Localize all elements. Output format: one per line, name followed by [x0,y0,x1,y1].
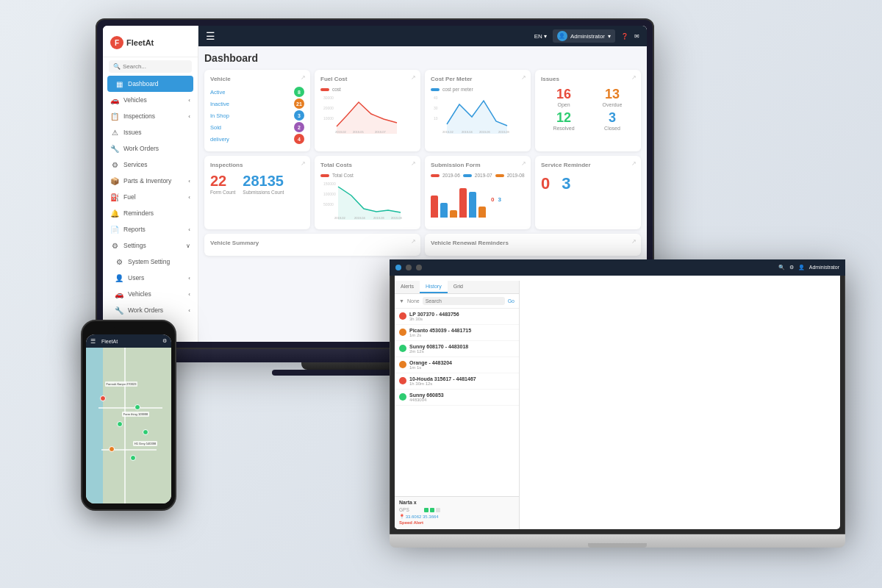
issues-title: Issues [541,76,635,82]
stat-delivery: delivery 4 [210,134,304,144]
fuel-cost-title: Fuel Cost [320,76,415,82]
link-icon[interactable]: ↗ [521,160,526,167]
mail-icon[interactable]: ✉ [634,33,639,40]
svg-text:150000: 150000 [323,182,336,186]
inactive-label: Inactive [210,101,229,107]
link-icon[interactable]: ↗ [411,74,416,81]
sidebar-item-dashboard[interactable]: ▦ Dashboard [107,76,193,92]
search-box[interactable]: 🔍 [109,60,192,73]
phone-road-1 [98,407,162,409]
search-topbar-icon[interactable]: 🔍 [778,265,785,270]
closed-label: Closed [589,126,635,131]
phone-notch [114,327,143,331]
fuel-cost-card: Fuel Cost ↗ cost 30000 [315,70,420,151]
sidebar-item-fuel[interactable]: ⛽ Fuel ‹ [103,189,198,205]
form-count: 22 Form Count [210,173,235,195]
sidebar-item-system[interactable]: ⚙ System Setting [103,254,198,270]
sidebar-item-workorders2[interactable]: 🔧 Work Orders ‹ [103,302,198,318]
sidebar-item-vehicles[interactable]: 🚗 Vehicles ‹ [103,92,198,108]
language-selector[interactable]: EN ▾ [534,33,547,40]
stat-sold: Sold 2 [210,122,304,132]
link-icon[interactable]: ↗ [411,160,416,167]
tracker-name-2: Picanto 453039 - 4481715 [409,328,514,333]
link-icon[interactable]: ↗ [301,74,306,81]
map-topbar: 🔍 ⚙ 👤 Administrator [395,265,840,276]
tracker-item-6[interactable]: Sunny 660853 4483004 [395,390,519,406]
help-icon[interactable]: ❓ [621,33,628,40]
settings-topbar-icon[interactable]: ⚙ [789,265,794,270]
link-icon[interactable]: ↗ [411,238,416,245]
delivery-badge: 4 [294,134,304,144]
logo-text: FleetAt [126,38,154,47]
tracker-sub-6: 4483004 [409,398,514,402]
inspections-icon: 📋 [110,112,119,121]
submission-legend: 2019-06 2019-07 2019-08 [431,173,525,178]
sidebar-item-parts[interactable]: 📦 Parts & Inventory ‹ [103,173,198,189]
tracker-sub-2: 1m 2s [409,333,514,337]
speed-alert-label: Speed Alert [399,520,423,525]
tracker-item-4[interactable]: Orange - 4483204 1m 1s [395,357,519,373]
bar-red-1 [431,196,438,218]
tracker-item-2[interactable]: Picanto 453039 - 4481715 1m 2s [395,325,519,341]
sidebar-item-vehicles2[interactable]: 🚗 Vehicles ‹ [103,286,198,302]
svg-text:2019-06: 2019-06 [373,216,384,220]
chevron-icon: ‹ [188,226,190,233]
sidebar-item-issues[interactable]: ⚠ Issues [103,124,198,140]
sidebar-item-reports[interactable]: 📄 Reports ‹ [103,221,198,237]
svg-text:20000: 20000 [323,106,334,110]
menu-toggle[interactable]: ☰ [206,30,215,42]
sidebar-item-workorders[interactable]: 🔧 Work Orders [103,140,198,157]
map-search-row: ▼ None Go [395,294,519,309]
phone-water [86,348,103,503]
tracker-name-4: Orange - 4483204 [409,360,514,365]
submission-form-card: Submission Form ↗ 2019-06 2019-07 2019-0 [425,156,531,229]
sidebar-item-inspections[interactable]: 📋 Inspections ‹ [103,108,198,124]
user-avatar: 👤 [557,31,567,41]
sidebar-item-users[interactable]: 👤 Users ‹ [103,270,198,286]
link-icon[interactable]: ↗ [631,238,637,245]
sidebar-item-services[interactable]: ⚙ Services [103,157,198,173]
link-icon[interactable]: ↗ [631,74,637,81]
phone-pin-4 [109,446,115,452]
go-btn[interactable]: Go [508,298,514,304]
tracker-name-6: Sunny 660853 [409,392,514,398]
info-coords: 📍 33.6062 35.3664 [399,514,514,519]
phone-map-label-2: Farm thing 109998 [122,412,150,417]
sidebar-item-settings[interactable]: ⚙ Settings ∨ [103,237,198,254]
service-reminder-card: Service Reminder ↗ 0 3 [535,156,641,229]
fuel-chart: 30000 20000 10000 2019-02 2019-05 2019-0… [320,93,415,137]
grid-tab[interactable]: Grid [448,281,469,293]
user-menu[interactable]: 👤 Administrator ▾ [553,29,615,43]
history-tab[interactable]: History [420,281,448,293]
phone-menu-icon: ☰ [90,338,96,345]
inspections-card: Inspections ↗ 22 Form Count 28135 [204,156,310,229]
search-input[interactable] [123,63,187,70]
sidebar-item-reminders[interactable]: 🔔 Reminders [103,205,198,221]
topbar-dot3 [416,265,422,270]
tracker-item-3[interactable]: Sunny 608170 - 4483018 2m 12s [395,341,519,357]
open-issue: 16 Open [541,87,587,107]
svg-text:2019-04: 2019-04 [462,130,473,134]
link-icon[interactable]: ↗ [631,160,637,167]
tracker-item-1[interactable]: LP 307370 - 4483756 3h 30s [395,309,519,325]
link-icon[interactable]: ↗ [301,160,306,167]
tracker-item-5[interactable]: 10-Houda 315617 - 4481467 1h 30m 12s [395,373,519,390]
services-icon: ⚙ [110,160,119,169]
map-search-input[interactable] [423,297,505,305]
alerts-tab[interactable]: Alerts [395,281,420,293]
chevron-icon: ‹ [188,291,190,298]
sr-val1: 0 [541,174,550,193]
vehicles2-icon: 🚗 [115,290,123,298]
phone: ☰ FleetAt ⚙ [81,320,176,511]
phone-topbar: ☰ FleetAt ⚙ [86,334,171,348]
fuel-icon: ⛽ [110,193,119,201]
svg-text:2019-08: 2019-08 [498,130,509,134]
map-info-panel: Narta x GPS [395,496,519,529]
link-icon[interactable]: ↗ [521,74,526,81]
cpm-title: Cost Per Meter [431,76,525,82]
user-topbar-icon[interactable]: 👤 [798,265,805,270]
svg-text:30000: 30000 [323,96,334,100]
phone-map-label-1: Farrouk Kanpo 270023 [105,381,138,387]
submissions-count: 28135 Submissions Count [243,173,284,195]
svg-text:40: 40 [434,96,438,100]
